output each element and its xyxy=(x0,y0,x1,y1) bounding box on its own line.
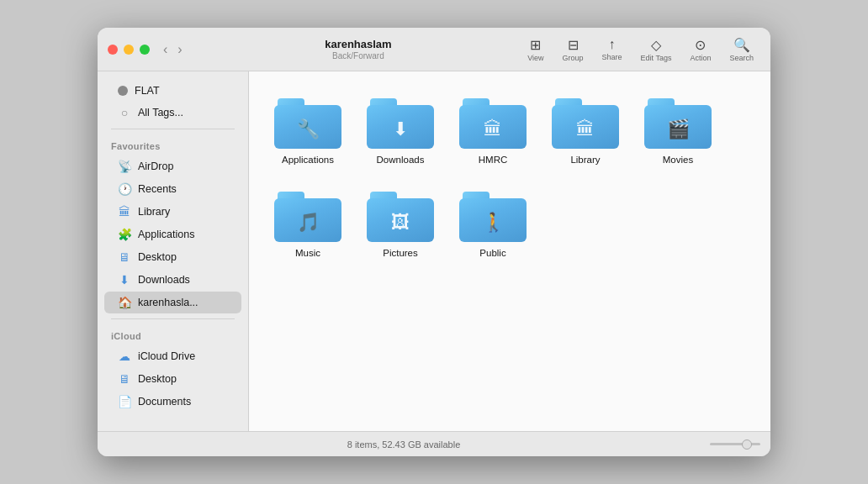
folder-icon-applications: 🔧 xyxy=(274,95,341,149)
sidebar-item-all-tags[interactable]: ○ All Tags... xyxy=(104,102,241,124)
edit-tags-icon: ◇ xyxy=(651,37,661,53)
group-icon: ⊟ xyxy=(568,37,579,53)
file-name-applications: Applications xyxy=(282,154,334,166)
file-name-pictures: Pictures xyxy=(383,247,418,260)
view-icon: ⊞ xyxy=(530,37,541,53)
file-item-hmrc[interactable]: 🏛 HMRC xyxy=(451,88,535,173)
nav-buttons: ‹ › xyxy=(160,40,186,59)
edit-tags-label: Edit Tags xyxy=(641,54,672,62)
file-item-applications[interactable]: 🔧 Applications xyxy=(266,88,350,173)
sidebar-item-airdrop[interactable]: 📡 AirDrop xyxy=(104,155,241,177)
file-name-public: Public xyxy=(479,247,505,260)
icloud-desktop-label: Desktop xyxy=(138,373,177,385)
file-item-pictures[interactable]: 🖼 Pictures xyxy=(358,182,442,266)
file-name-downloads: Downloads xyxy=(377,154,425,166)
sidebar-divider-1 xyxy=(111,129,235,129)
zoom-slider[interactable] xyxy=(710,443,770,445)
karenhaslam-label: karenhasla... xyxy=(138,297,198,308)
folder-icon-hmrc: 🏛 xyxy=(459,95,527,149)
airdrop-icon: 📡 xyxy=(118,160,131,173)
forward-button[interactable]: › xyxy=(174,40,185,59)
library-label: Library xyxy=(138,206,170,218)
icloud-drive-label: iCloud Drive xyxy=(138,350,195,362)
window-title: karenhaslam xyxy=(325,38,392,50)
downloads-icon: ⬇ xyxy=(118,273,131,287)
icloud-desktop-icon: 🖥 xyxy=(118,372,131,386)
sidebar-item-icloud-desktop[interactable]: 🖥 Desktop xyxy=(104,368,241,390)
applications-label: Applications xyxy=(138,229,194,240)
sidebar-item-downloads[interactable]: ⬇ Downloads xyxy=(104,269,241,291)
search-label: Search xyxy=(729,54,754,62)
back-forward-label: Back/Forward xyxy=(332,51,384,60)
sidebar-divider-2 xyxy=(111,318,235,319)
library-icon: 🏛 xyxy=(118,205,131,218)
slider-thumb[interactable] xyxy=(742,439,752,450)
icloud-drive-icon: ☁ xyxy=(118,350,131,363)
sidebar: FLAT ○ All Tags... Favourites 📡 AirDrop … xyxy=(98,71,249,431)
file-item-movies[interactable]: 🎬 Movies xyxy=(636,88,720,173)
file-grid: 🔧 Applications ⬇ Downloads xyxy=(266,88,754,266)
titlebar: ‹ › karenhaslam Back/Forward ⊞ View ⊟ Gr… xyxy=(98,28,770,71)
sidebar-item-recents[interactable]: 🕐 Recents xyxy=(104,178,241,200)
file-item-music[interactable]: 🎵 Music xyxy=(266,182,350,266)
file-name-hmrc: HMRC xyxy=(479,154,508,166)
sidebar-item-applications[interactable]: 🧩 Applications xyxy=(104,224,241,245)
desktop-label: Desktop xyxy=(138,251,177,263)
share-button[interactable]: ↑ Share xyxy=(595,34,629,65)
airdrop-label: AirDrop xyxy=(138,160,173,172)
traffic-lights xyxy=(108,45,150,55)
file-item-public[interactable]: 🚶 Public xyxy=(451,182,535,266)
home-icon: 🏠 xyxy=(118,296,131,309)
minimize-button[interactable] xyxy=(124,45,134,55)
documents-label: Documents xyxy=(138,396,191,408)
folder-icon-public: 🚶 xyxy=(459,188,527,242)
icloud-label: iCloud xyxy=(98,324,248,345)
slider-track xyxy=(710,443,760,445)
file-area: 🔧 Applications ⬇ Downloads xyxy=(249,71,770,431)
group-button[interactable]: ⊟ Group xyxy=(556,34,590,66)
sidebar-item-library[interactable]: 🏛 Library xyxy=(104,201,241,223)
all-tags-icon: ○ xyxy=(118,106,131,119)
back-button[interactable]: ‹ xyxy=(160,40,171,59)
all-tags-label: All Tags... xyxy=(138,107,183,118)
folder-icon-pictures: 🖼 xyxy=(367,188,434,242)
search-button[interactable]: 🔍 Search xyxy=(722,34,760,66)
folder-icon-movies: 🎬 xyxy=(644,95,712,149)
view-button[interactable]: ⊞ View xyxy=(521,34,550,66)
file-name-movies: Movies xyxy=(663,154,693,166)
title-section: karenhaslam Back/Forward xyxy=(196,38,521,60)
sidebar-item-documents[interactable]: 📄 Documents xyxy=(104,391,241,413)
close-button[interactable] xyxy=(108,45,118,55)
file-item-downloads[interactable]: ⬇ Downloads xyxy=(358,88,442,173)
sidebar-item-karenhaslam[interactable]: 🏠 karenhasla... xyxy=(104,292,241,313)
zoom-button[interactable] xyxy=(140,45,150,55)
search-icon: 🔍 xyxy=(733,37,750,53)
status-bar: 8 items, 52.43 GB available xyxy=(98,431,770,456)
edit-tags-button[interactable]: ◇ Edit Tags xyxy=(634,34,679,66)
file-name-music: Music xyxy=(295,247,320,260)
share-icon: ↑ xyxy=(609,37,616,52)
tag-dot xyxy=(118,86,128,96)
downloads-label: Downloads xyxy=(138,274,190,286)
tag-flat-label: FLAT xyxy=(135,85,160,97)
desktop-icon: 🖥 xyxy=(118,250,131,264)
documents-icon: 📄 xyxy=(118,395,131,408)
view-label: View xyxy=(527,54,543,62)
action-icon: ⊙ xyxy=(695,37,706,53)
sidebar-tag-flat[interactable]: FLAT xyxy=(104,81,241,101)
share-label: Share xyxy=(602,53,622,61)
action-label: Action xyxy=(690,54,711,62)
status-text: 8 items, 52.43 GB available xyxy=(98,439,710,450)
finder-window: ‹ › karenhaslam Back/Forward ⊞ View ⊟ Gr… xyxy=(98,28,770,456)
file-name-library: Library xyxy=(570,154,600,166)
folder-icon-library: 🏛 xyxy=(552,95,619,149)
sidebar-item-desktop[interactable]: 🖥 Desktop xyxy=(104,246,241,268)
main-content: FLAT ○ All Tags... Favourites 📡 AirDrop … xyxy=(98,71,770,431)
recents-icon: 🕐 xyxy=(118,182,131,196)
action-button[interactable]: ⊙ Action xyxy=(683,34,717,66)
file-item-library[interactable]: 🏛 Library xyxy=(543,88,627,173)
sidebar-item-icloud-drive[interactable]: ☁ iCloud Drive xyxy=(104,345,241,367)
recents-label: Recents xyxy=(138,183,177,195)
toolbar-actions: ⊞ View ⊟ Group ↑ Share ◇ Edit Tags ⊙ Act… xyxy=(521,34,760,66)
folder-icon-downloads: ⬇ xyxy=(367,95,434,149)
